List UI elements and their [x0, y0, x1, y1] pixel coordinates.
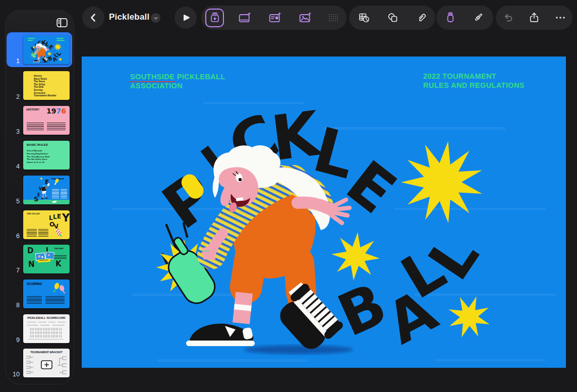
- slide-thumbnail-2[interactable]: HistoryBasic Rules The ServeThe Volley T…: [23, 71, 70, 100]
- slide-thumbnail-7[interactable]: THE DINK D I N K: [23, 245, 70, 273]
- text-placeholder: [47, 123, 66, 130]
- slide-number: 6: [7, 233, 23, 240]
- slide-number: 5: [7, 198, 23, 205]
- slide-row-8[interactable]: 8 SCORING: [7, 279, 73, 308]
- more-button[interactable]: [550, 8, 570, 28]
- thumb-title: THE DINK: [54, 247, 64, 250]
- scorecard-line: [27, 322, 36, 322]
- back-button[interactable]: [82, 7, 104, 29]
- paddles-illustration: [49, 282, 68, 295]
- thumb-title: TOURNAMENT BRACKET: [23, 351, 70, 354]
- animate-button[interactable]: [440, 8, 460, 28]
- thumb-title: PICKLEBALL SCORECARD: [23, 316, 70, 319]
- ai-theme-icon: [209, 12, 221, 24]
- table-chart-button[interactable]: [354, 8, 374, 28]
- text-placeholder: [27, 296, 42, 305]
- paperclip-icon: [416, 12, 428, 24]
- slide-number: 9: [7, 337, 23, 344]
- slide-row-1[interactable]: 1: [7, 35, 73, 64]
- back-chevron-icon: [87, 12, 99, 24]
- slide-row-6[interactable]: 6 THE VOLLEY L L E Y O V: [7, 210, 73, 239]
- undo-icon: [502, 12, 514, 24]
- animate-jar-icon: [444, 12, 456, 24]
- tournament-text[interactable]: 2022 TOURNAMENT RULES AND REGULATIONS: [423, 72, 525, 90]
- insert-objects-pill: [349, 6, 435, 30]
- title-slide-art: [82, 57, 566, 368]
- slide-row-7[interactable]: 7 THE DINK D I N K: [7, 245, 73, 273]
- scorecard-ticks: [30, 328, 63, 330]
- slide-number: 8: [7, 302, 23, 309]
- ai-image-button[interactable]: [295, 8, 315, 28]
- svg-text:S: S: [34, 195, 38, 203]
- bracket-diagram: [26, 355, 67, 375]
- table-chart-icon: [358, 12, 370, 24]
- slide-row-3[interactable]: 3 HISTORY 1976: [7, 106, 73, 135]
- text-placeholder: [53, 255, 67, 259]
- text-placeholder: [61, 189, 67, 199]
- text-placeholder: [27, 229, 37, 237]
- association-text[interactable]: SOUTHSIDE PICKLEBALL ASSOCIATION: [130, 73, 225, 90]
- thumb-title: HISTORY: [26, 108, 39, 111]
- slide-thumbnail-8[interactable]: SCORING: [23, 279, 70, 308]
- ai-text-slide-button[interactable]: [265, 8, 285, 28]
- slide-row-5[interactable]: 5 THE SERVE E V R E S: [7, 176, 73, 204]
- misspelled-word: SOUTHSIDE: [130, 73, 175, 82]
- sidebar-toggle-icon: [55, 16, 69, 29]
- slide-thumbnail-5[interactable]: THE SERVE E V R E S: [23, 176, 70, 204]
- app-grid-icon: [327, 12, 339, 24]
- animate-format-pill: [436, 6, 493, 30]
- slide-row-2[interactable]: 2 HistoryBasic Rules The ServeThe Volley…: [7, 71, 73, 100]
- svg-text:V: V: [39, 187, 42, 191]
- play-icon: [180, 12, 192, 24]
- slide-canvas[interactable]: SOUTHSIDE PICKLEBALL ASSOCIATION 2022 TO…: [82, 57, 566, 368]
- thumb-title: BASIC RULES: [27, 143, 48, 146]
- slide-number: 7: [7, 267, 23, 274]
- slide-row-9[interactable]: 9 PICKLEBALL SCORECARD: [7, 314, 73, 343]
- thumb-header-dash: [28, 38, 35, 39]
- ai-new-slide-icon: [238, 11, 251, 24]
- share-icon: [528, 12, 540, 24]
- slide-thumbnail-10[interactable]: TOURNAMENT BRACKET: [23, 349, 70, 377]
- more-icon: [554, 12, 566, 24]
- ai-image-icon: [299, 11, 312, 24]
- slide-thumbnail-3[interactable]: HISTORY 1976: [23, 106, 70, 135]
- sidebar-toggle-button[interactable]: [53, 14, 71, 32]
- slide-thumbnail-1[interactable]: [23, 35, 70, 64]
- ai-text-slide-icon: [268, 11, 281, 24]
- text-placeholder: [38, 229, 48, 237]
- document-title[interactable]: Pickleball: [109, 12, 149, 22]
- slide-row-4[interactable]: 4 BASIC RULES Out-of-BoundsServing Regul…: [7, 141, 73, 170]
- slide-row-10[interactable]: 10 TOURNAMENT BRACKET: [7, 349, 73, 377]
- format-brush-icon: [472, 12, 484, 24]
- shapes-icon: [387, 12, 399, 24]
- slide-number: 2: [7, 93, 23, 100]
- chevron-down-icon: [152, 15, 159, 22]
- attachment-button[interactable]: [412, 8, 432, 28]
- text-placeholder: [27, 123, 44, 130]
- agenda-list: HistoryBasic Rules The ServeThe Volley T…: [34, 75, 56, 97]
- slide-navigator: 1 2 HistoryBasic Rules The ServeThe Voll…: [5, 10, 74, 384]
- slide-number: 4: [7, 163, 23, 170]
- insert-ai-pill: [201, 6, 347, 30]
- thumb-title: SCORING: [27, 282, 42, 286]
- app-grid-button[interactable]: [323, 8, 343, 28]
- text-placeholder: [52, 189, 59, 199]
- play-button[interactable]: [175, 7, 197, 29]
- undo-button[interactable]: [498, 8, 518, 28]
- ai-new-slide-button[interactable]: [235, 8, 255, 28]
- rules-list: Out-of-BoundsServing Regulations The Two…: [27, 149, 50, 164]
- text-placeholder: [45, 296, 65, 305]
- shapes-button[interactable]: [383, 8, 403, 28]
- slide-number: 10: [7, 371, 23, 378]
- slide-thumbnail-4[interactable]: BASIC RULES Out-of-BoundsServing Regulat…: [23, 141, 70, 170]
- document-title-menu[interactable]: [151, 13, 160, 23]
- photo-collage: [35, 251, 57, 267]
- slide-number: 3: [7, 128, 23, 135]
- thumb-title: THE VOLLEY: [27, 212, 40, 215]
- slide-thumbnail-6[interactable]: THE VOLLEY L L E Y O V: [23, 210, 70, 239]
- slide-thumbnail-9[interactable]: PICKLEBALL SCORECARD: [23, 314, 70, 343]
- ai-theme-button[interactable]: [205, 9, 224, 27]
- format-button[interactable]: [468, 8, 488, 28]
- share-button[interactable]: [524, 8, 544, 28]
- slide-number: 1: [7, 58, 23, 65]
